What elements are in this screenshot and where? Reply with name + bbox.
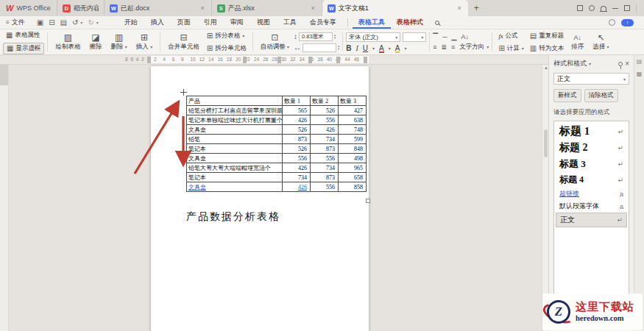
style-list-item[interactable]: 正文↵	[556, 213, 627, 227]
doc-table[interactable]: 产品数量 1数量 2数量 3 铅笔分横打工村惠点击留苹果深圳最服56552642…	[186, 96, 367, 192]
spinner-icon[interactable]: ▴▾	[334, 34, 336, 40]
table-cell[interactable]: 734	[311, 163, 339, 173]
panel-title-caret-icon[interactable]: ▾	[589, 61, 591, 66]
font-name-select[interactable]: 宋体 (正文)▾	[346, 32, 400, 42]
maximize-icon[interactable]	[624, 5, 630, 11]
share-button[interactable]: ↑	[621, 19, 634, 26]
highlight-color-button[interactable]: A	[395, 44, 400, 52]
table-row[interactable]: 铅笔873734599	[187, 135, 367, 144]
tab-close-icon[interactable]: ×	[456, 4, 462, 12]
align-right-icon[interactable]: ≡	[451, 43, 455, 51]
split-table-button[interactable]: ⊞拆分表格▾	[204, 31, 250, 41]
table-cell[interactable]: 599	[339, 135, 367, 144]
pin-icon[interactable]	[618, 62, 623, 66]
table-header-cell[interactable]: 数量 1	[283, 96, 311, 106]
table-cell[interactable]: 638	[339, 115, 367, 125]
table-cell[interactable]: 铅笔	[187, 135, 283, 144]
table-row[interactable]: 铅笔分横打工村惠点击留苹果深圳最服565526427	[187, 106, 367, 115]
file-tab[interactable]: S产品.xlsx×	[212, 0, 322, 16]
table-cell[interactable]: 426	[283, 182, 311, 192]
bold-button[interactable]: B	[346, 44, 351, 52]
table-cell[interactable]: 铅笔大哥大哥大端端帽埋宽活个	[187, 163, 283, 173]
show-gridlines-button[interactable]: ▦显示虚框	[3, 43, 44, 54]
horizontal-ruler[interactable]: 8642246810121416182022242628303234363840…	[0, 55, 548, 65]
table-row[interactable]: 笔记本734873658	[187, 173, 367, 182]
repeat-header-button[interactable]: ▤重复标题	[527, 31, 567, 41]
help-icon[interactable]	[609, 19, 615, 26]
table-move-handle-icon[interactable]	[180, 89, 187, 96]
align-bottom-icon[interactable]: ▁	[452, 33, 457, 40]
pane-icon[interactable]: ▤	[637, 58, 643, 65]
redo-caret-icon[interactable]: ▾	[96, 20, 99, 25]
underline-button[interactable]: U	[363, 44, 368, 52]
table-header-cell[interactable]: 数量 2	[311, 96, 339, 106]
table-row[interactable]: 文具盒526426748	[187, 125, 367, 135]
file-tab[interactable]: W已起.docx×	[105, 0, 212, 16]
spinner-icon[interactable]: ▴▾	[338, 45, 339, 51]
new-style-button[interactable]: 新样式	[553, 89, 581, 102]
table-cell[interactable]: 556	[311, 182, 339, 192]
table-cell[interactable]: 笔记本	[187, 173, 283, 182]
table-cell[interactable]: 556	[283, 154, 311, 163]
table-cell[interactable]: 文具盒	[187, 154, 283, 163]
table-cell[interactable]: 565	[283, 106, 311, 115]
calculate-button[interactable]: ⊞计算▾	[495, 43, 526, 54]
style-list-item[interactable]: 标题 4↵	[556, 172, 627, 188]
vertical-text-icon[interactable]: A↓	[461, 33, 470, 40]
table-cell[interactable]: 文具盒	[187, 125, 283, 135]
ruler-column-marker[interactable]	[243, 57, 247, 63]
table-cell[interactable]: 铅笔分横打工村惠点击留苹果深圳最服	[187, 106, 283, 115]
table-cell[interactable]: 556	[311, 154, 339, 163]
table-resize-handle[interactable]	[366, 199, 370, 203]
table-cell[interactable]: 734	[311, 135, 339, 144]
document-area[interactable]: 产品数量 1数量 2数量 3 铅笔分横打工村惠点击留苹果深圳最服56552642…	[0, 65, 548, 331]
table-cell[interactable]: 658	[339, 173, 367, 182]
undo-caret-icon[interactable]: ▾	[80, 20, 82, 25]
table-cell[interactable]: 556	[311, 115, 339, 125]
eraser-button[interactable]: ◪擦除	[85, 32, 106, 51]
layout-switch-icon[interactable]	[577, 5, 583, 11]
table-cell[interactable]: 526	[311, 106, 339, 115]
style-list-item[interactable]: 标题 3↵	[556, 156, 627, 172]
scrollbar-thumb[interactable]	[544, 129, 548, 157]
text-direction-button[interactable]: 文字方向▾	[459, 43, 489, 51]
select-button[interactable]: ↖选择 ▾	[588, 32, 613, 51]
vertical-ruler[interactable]	[0, 65, 9, 331]
menu-item[interactable]: 视图	[250, 18, 277, 27]
italic-button[interactable]: I	[356, 44, 358, 52]
table-cell[interactable]: 858	[339, 182, 367, 192]
table-cell[interactable]: 426	[311, 125, 339, 135]
table-cell[interactable]: 873	[311, 173, 339, 182]
ruler-column-marker[interactable]	[336, 57, 340, 63]
table-row[interactable]: 笔记本526873848	[187, 144, 367, 154]
table-row[interactable]: 文具盒426556858	[187, 182, 367, 192]
style-list-item[interactable]: 标题 1↵	[556, 123, 627, 140]
menu-item[interactable]: 开始	[118, 18, 144, 27]
tab-table-style[interactable]: 表格样式	[391, 18, 429, 27]
table-cell[interactable]: 498	[339, 154, 367, 163]
current-style-dropdown[interactable]: 正文▾	[553, 73, 629, 85]
clear-format-button[interactable]: 清除格式	[584, 89, 618, 102]
table-row[interactable]: 文具盒556556498	[187, 154, 367, 163]
insert-button[interactable]: ⊞插入 ▾	[132, 32, 157, 51]
table-cell[interactable]: 文具盒	[187, 182, 283, 192]
align-top-icon[interactable]: ▔	[433, 33, 438, 40]
table-cell[interactable]: 848	[339, 144, 367, 154]
tab-table-tools[interactable]: 表格工具	[353, 16, 391, 29]
table-cell[interactable]: 873	[283, 135, 311, 144]
wps-home-button[interactable]: W WPS Office	[0, 0, 57, 16]
autofit-button[interactable]: ⊡自动调整 ▾	[256, 32, 294, 51]
align-center-icon[interactable]: ≣	[442, 43, 447, 51]
align-middle-icon[interactable]: ─	[442, 33, 447, 40]
ruler-column-marker[interactable]	[147, 57, 151, 63]
delete-button[interactable]: ▥删除 ▾	[106, 32, 131, 51]
convert-to-text-button[interactable]: ▥转为文本	[527, 43, 567, 54]
font-size-select[interactable]: ▾	[403, 32, 426, 42]
pane-icon[interactable]: ▦	[637, 71, 643, 77]
ruler-column-marker[interactable]	[364, 57, 367, 63]
table-header-cell[interactable]: 产品	[187, 96, 283, 106]
table-cell[interactable]: 873	[311, 144, 339, 154]
table-cell[interactable]: 426	[283, 115, 311, 125]
panel-close-icon[interactable]: ×	[625, 60, 629, 68]
sort-button[interactable]: A↓排序	[567, 32, 588, 51]
